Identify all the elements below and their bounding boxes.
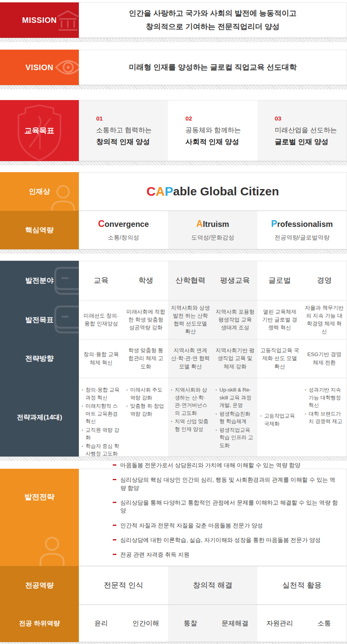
dev-fields-row: 발전분야 교육 학생 산학협력 평생교육 글로벌 경영 [0, 261, 347, 300]
core-competency-section: 핵심역량 Convergence 소통/창의성 Altruism 도덕성/문화감… [0, 211, 347, 249]
dev-goals-label-block: 발전목표 [0, 300, 79, 339]
task-item: 평생직업교육학습 인프라 고도화 [216, 426, 255, 449]
task-item: 평생학습친화형 학습체계 [216, 410, 255, 425]
mission-text-line1: 인간을 사랑하고 국가와 사회의 발전에 능동적이고 [129, 7, 297, 20]
sub-competency-cell: 자원관리 [257, 605, 302, 642]
gap [0, 42, 347, 50]
dev-column-education: 교육 [79, 261, 123, 300]
core-item-professionalism: Professionalism 전공역량/글로벌역량 [257, 211, 347, 249]
person-icon [48, 183, 78, 211]
mission-section: MISSION 인간을 사랑하고 국가와 사회의 발전에 능동적이고 창의적으로… [0, 2, 347, 38]
core-rest: rofessionalism [277, 220, 333, 228]
dev-fields-content: 교육 학생 산학협력 평생교육 글로벌 경영 [79, 261, 347, 300]
strategy-bullet: 심리상담에 대한 이론학습, 실습, 자기이해와 성장을 통한 마음돌봄 전문가… [113, 536, 339, 544]
sub-competency-label: 전공 하위역량 [19, 619, 60, 628]
competency-cell: 창의적 해결 [168, 566, 257, 604]
core-initial: P [271, 219, 277, 229]
gap [0, 254, 347, 261]
dev-column-global: 글로벌 [257, 261, 302, 300]
core-label-block: 핵심역량 [0, 211, 79, 249]
goal-item-3: 03 미래산업을 선도하는 글로벌 인재 양성 [257, 100, 347, 161]
talent-content: CAPable Global Citizen [79, 172, 347, 211]
strategy-section: 발전전략 마음돌봄 전문가로서 상담윤리와 가치에 대해 이해할 수 있는 역량… [0, 469, 347, 566]
goal-line1: 미래산업을 선도하는 [275, 126, 347, 135]
task-item: 맞춤형 취·창업 역량 강화 [126, 402, 165, 418]
dev-column-students: 학생 [123, 261, 168, 300]
divider-hatch [0, 38, 347, 42]
divider-hatch [0, 457, 347, 461]
talent-label-block: 인재상 [0, 172, 79, 211]
dev-fields-label: 발전분야 [25, 276, 54, 285]
goal-line1: 소통하고 협력하는 [96, 126, 168, 135]
dev-direction-cell: 지역사회기반 평생직업 교육 및 체제 강화 [213, 339, 257, 378]
strategy-bullet: 인간적 자질과 전문적 자질을 갖춘 마음돌봄 전문가 양성 [113, 522, 339, 529]
vision-section: VISION 미래형 인재를 양성하는 글로컬 직업교육 선도대학 [0, 50, 347, 85]
mission-label-block: MISSION [0, 2, 79, 38]
core-initial: C [98, 219, 105, 229]
core-sub: 소통/창의성 [108, 234, 139, 241]
talent-label: 인재상 [29, 187, 50, 196]
goal-line2: 글로벌 인재 양성 [275, 137, 347, 147]
education-goals-content: 01 소통하고 협력하는 창의적 인재 양성 02 공동체와 함께하는 사회적 … [79, 100, 347, 161]
dev-directions-label-block: 전략방향 [0, 339, 79, 378]
dev-direction-cell: 고등직업교육 국제화 선도 모델 확산 [257, 339, 302, 378]
talent-headline: CAPable Global Citizen [79, 173, 347, 210]
dev-tasks-label-block: 전략과제(14대) [0, 378, 79, 457]
strategy-bullet: 심리상담을 통해 다양하고 통합적인 관점에서 문제를 이해하고 해결할 수 있… [113, 499, 339, 515]
talent-headline-rest: able Global Citizen [173, 185, 279, 198]
core-sub: 도덕성/문화감성 [191, 234, 234, 241]
core-sub: 전공역량/글로벌역량 [274, 234, 329, 241]
dev-directions-label: 전략방향 [25, 354, 54, 363]
core-title: Convergence [98, 219, 149, 229]
core-title: Altruism [196, 219, 229, 229]
task-item: 미래지향적 스마트 교육환경 혁신 [82, 402, 121, 425]
core-item-convergence: Convergence 소통/창의성 [79, 211, 168, 249]
dev-directions-row: 전략방향 창의·융합 교육체제 혁신 학생 맞춤형 통합관리 체제 고도화 지역… [0, 339, 347, 378]
dev-goals-content: 미래선도 창의·융합 인재양성 미래사회에 적합한 학생 맞춤형 성공역량 강화… [79, 300, 347, 339]
core-rest: onvergence [104, 220, 149, 228]
dev-column-management: 경영 [302, 261, 347, 300]
education-goals-section: 교육목표 01 소통하고 협력하는 창의적 인재 양성 02 공동체와 함께하는… [0, 100, 347, 161]
dev-direction-cell: 지역사회 연계 산·학·관·연 협력모델 확산 [168, 339, 213, 378]
dev-tasks-row: 전략과제(14대) 창의·융합 교육과정 혁신 미래지향적 스마트 교육환경 혁… [0, 378, 347, 457]
sub-competency-cell: 인간이해 [123, 605, 168, 642]
competency-cell: 전문적 인식 [79, 566, 168, 604]
divider-hatch [0, 85, 347, 89]
dev-task-cell: Up-skill & Re-skill 교육 과정 개발, 운영 평생학습친화형… [213, 378, 257, 457]
dev-task-cell: 미래사회 주도역량 강화 맞춤형 취·창업 역량 강화 [123, 378, 168, 457]
major-competency-section: 전공역량 전문적 인식 창의적 해결 실천적 활용 [0, 566, 347, 605]
dev-goal-cell: 미래선도 창의·융합 인재양성 [79, 300, 123, 339]
divider-hatch [0, 642, 347, 644]
sub-competency-cell: 통찰 [168, 605, 213, 642]
vision-text: 미래형 인재를 양성하는 글로컬 직업교육 선도대학 [129, 61, 297, 74]
core-content: Convergence 소통/창의성 Altruism 도덕성/문화감성 Pro… [79, 211, 347, 249]
dev-goals-label: 발전목표 [25, 315, 54, 325]
dev-fields-label-block: 발전분야 [0, 261, 79, 300]
strategy-bullet-list: 마음돌봄 전문가로서 상담윤리와 가치에 대해 이해할 수 있는 역량 함양 심… [79, 469, 347, 566]
dev-tasks-content: 창의·융합 교육과정 혁신 미래지향적 스마트 교육환경 혁신 교직원 역량 강… [79, 378, 347, 457]
dev-direction-cell: 창의·융합 교육체제 혁신 [79, 339, 123, 378]
goal-number: 03 [275, 115, 347, 122]
dev-task-cell: 창의·융합 교육과정 혁신 미래지향적 스마트 교육환경 혁신 교직원 역량 강… [79, 378, 123, 457]
major-competency-label: 전공역량 [25, 581, 54, 590]
task-item: 지역 산업 맞춤형 인재 양성 [171, 418, 210, 433]
dev-goal-cell: 지역사회와 상생발전 하는 산학협력 선도모델 확산 [168, 300, 213, 339]
task-item: 미래사회 주도역량 강화 [126, 386, 165, 401]
dev-goal-cell: 열린 교육체제 기반 글로벌 경쟁력 혁신 [257, 300, 302, 339]
dev-column-industry: 산학협력 [168, 261, 213, 300]
goal-line1: 공동체와 함께하는 [185, 126, 257, 135]
cap-letter-a: A [156, 184, 165, 199]
task-item: 고등작업교육 국제화 [260, 412, 299, 427]
core-item-altruism: Altruism 도덕성/문화감성 [168, 211, 257, 249]
vision-label-block: VISION [0, 50, 79, 85]
major-competency-content: 전문적 인식 창의적 해결 실천적 활용 [79, 566, 347, 605]
strategy-label-block: 발전전략 [0, 469, 79, 566]
goal-number: 01 [96, 115, 168, 122]
mission-text-line2: 창의적으로 기여하는 전문직업리더 양성 [146, 20, 280, 33]
core-rest: ltruism [203, 220, 229, 228]
books-icon [53, 305, 79, 336]
strategy-content: 마음돌봄 전문가로서 상담윤리와 가치에 대해 이해할 수 있는 역량 함양 심… [79, 469, 347, 566]
dev-task-cell: 성과기반 지속가능 대학행정 혁신 대학 브랜드가치 경쟁력 제고 [302, 378, 347, 457]
books-icon [53, 266, 79, 297]
goal-line2: 사회적 인재 양성 [185, 137, 257, 147]
